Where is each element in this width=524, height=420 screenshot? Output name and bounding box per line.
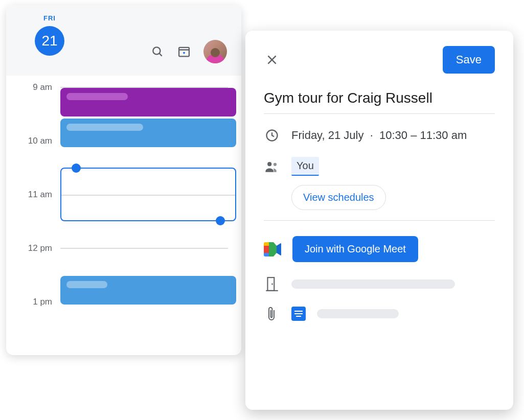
clock-icon [264, 128, 280, 143]
guest-chip-self[interactable]: You [291, 157, 319, 176]
day-of-week: FRI [43, 14, 56, 22]
people-icon [264, 160, 280, 173]
calendar-event[interactable] [60, 119, 236, 147]
calendar-day-view: FRI 21 9 am 10 am 11 am 12 pm [6, 5, 241, 355]
event-datetime: Friday, 21 July · 10:30 – 11:30 am [291, 129, 467, 142]
calendar-event[interactable] [60, 88, 236, 116]
resize-handle-top[interactable] [72, 164, 81, 173]
location-row[interactable] [264, 276, 495, 292]
day-indicator[interactable]: FRI 21 [35, 14, 64, 56]
view-schedules-button[interactable]: View schedules [291, 185, 386, 210]
room-icon [264, 276, 280, 292]
attachment-placeholder [317, 309, 399, 318]
event-title-input[interactable]: Gym tour for Craig Russell [264, 90, 495, 114]
svg-point-12 [271, 284, 273, 285]
svg-line-1 [159, 53, 162, 56]
attachment-row[interactable] [264, 306, 495, 321]
svg-point-9 [274, 162, 277, 166]
svg-rect-10 [267, 277, 274, 291]
new-event-slot[interactable] [60, 168, 236, 221]
hour-label: 10 am [6, 136, 52, 146]
hour-label: 9 am [6, 82, 52, 92]
attachment-icon [264, 306, 280, 321]
location-placeholder [291, 279, 455, 289]
calendar-event[interactable] [60, 276, 236, 305]
calendar-header: FRI 21 [6, 5, 241, 76]
save-button[interactable]: Save [443, 46, 495, 74]
svg-point-0 [153, 47, 160, 54]
google-meet-icon [264, 242, 281, 256]
resize-handle-bottom[interactable] [216, 216, 225, 225]
account-avatar[interactable] [203, 40, 227, 63]
hour-line [60, 248, 228, 249]
guests-row[interactable]: You [264, 157, 495, 176]
half-hour-line [61, 195, 235, 196]
hour-label: 1 pm [6, 297, 52, 307]
day-number: 21 [35, 26, 64, 56]
header-actions [150, 40, 227, 63]
meet-row: Join with Google Meet [264, 236, 495, 262]
hour-label: 12 pm [6, 243, 52, 253]
join-meet-button[interactable]: Join with Google Meet [292, 236, 418, 262]
datetime-row[interactable]: Friday, 21 July · 10:30 – 11:30 am [264, 128, 495, 143]
time-grid[interactable]: 9 am 10 am 11 am 12 pm 1 pm [6, 76, 241, 352]
svg-point-4 [183, 52, 185, 54]
hour-label: 11 am [6, 190, 52, 200]
svg-point-8 [267, 162, 271, 166]
event-editor: Save Gym tour for Craig Russell Friday, … [245, 31, 513, 410]
today-icon[interactable] [177, 44, 191, 59]
google-doc-icon[interactable] [291, 307, 306, 321]
search-icon[interactable] [150, 44, 165, 59]
close-icon[interactable] [264, 52, 280, 68]
divider [264, 220, 495, 221]
